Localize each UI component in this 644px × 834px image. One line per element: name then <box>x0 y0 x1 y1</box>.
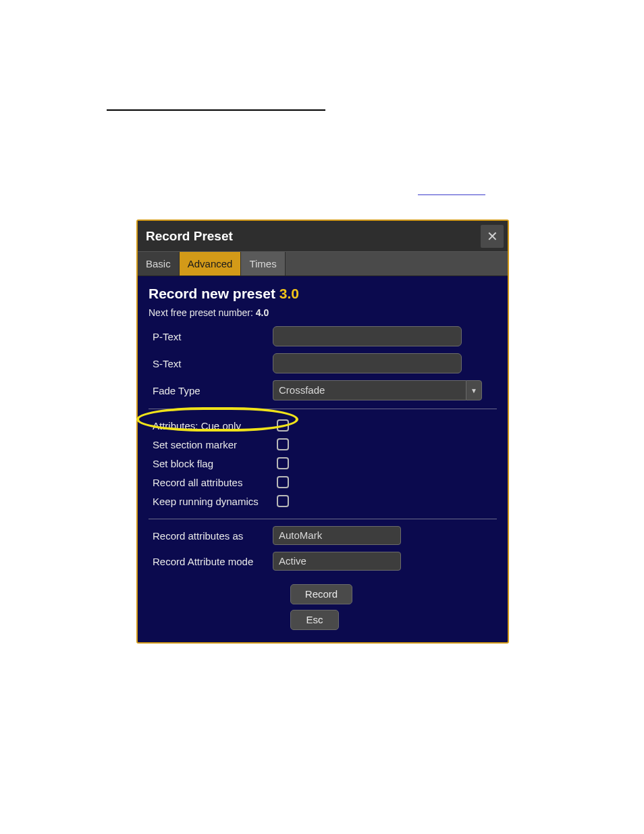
titlebar: Record Preset ✕ <box>138 221 508 252</box>
cue-only-label: Attributes: Cue only <box>153 420 277 432</box>
section-marker-label: Set section marker <box>153 439 277 450</box>
heading: Record new preset 3.0 <box>149 286 497 302</box>
record-all-row: Record all attributes <box>149 473 497 492</box>
separator-2 <box>149 519 497 519</box>
record-all-label: Record all attributes <box>153 477 277 488</box>
close-icon: ✕ <box>487 229 498 244</box>
cue-only-row: Attributes: Cue only <box>149 416 497 435</box>
record-attrs-as-label: Record attributes as <box>149 530 273 542</box>
ptext-label: P-Text <box>149 331 273 342</box>
next-free-value: 4.0 <box>256 307 269 318</box>
close-button[interactable]: ✕ <box>481 225 504 248</box>
record-attrs-as-select[interactable]: AutoMark <box>273 526 401 545</box>
record-attr-mode-row: Record Attribute mode Active <box>149 552 497 571</box>
next-free-text: Next free preset number: <box>149 307 256 318</box>
record-all-checkbox[interactable] <box>277 476 289 488</box>
next-free-label: Next free preset number: 4.0 <box>149 307 497 318</box>
record-button[interactable]: Record <box>290 584 352 604</box>
stext-row: S-Text <box>149 353 497 373</box>
separator-1 <box>149 409 497 409</box>
tab-times[interactable]: Times <box>241 252 285 276</box>
dialog-body: Record new preset 3.0 Next free preset n… <box>138 276 508 642</box>
stext-label: S-Text <box>149 358 273 369</box>
record-preset-dialog: Record Preset ✕ Basic Advanced Times Rec… <box>136 219 509 644</box>
heading-number: 3.0 <box>279 286 299 301</box>
decorative-link-underline <box>418 194 485 195</box>
section-marker-checkbox[interactable] <box>277 438 289 450</box>
tab-advanced[interactable]: Advanced <box>180 252 242 276</box>
keep-dynamics-row: Keep running dynamics <box>149 492 497 511</box>
decorative-underline <box>107 109 325 111</box>
tab-basic[interactable]: Basic <box>138 252 180 276</box>
fade-type-row: Fade Type Crossfade ▼ <box>149 380 497 400</box>
fade-type-select[interactable]: Crossfade ▼ <box>273 380 482 400</box>
button-stack: Record Esc <box>290 584 497 630</box>
fade-type-label: Fade Type <box>149 385 273 396</box>
esc-button[interactable]: Esc <box>290 610 339 630</box>
tab-bar: Basic Advanced Times <box>138 252 508 276</box>
block-flag-label: Set block flag <box>153 458 277 469</box>
tab-bar-spacer <box>286 252 508 276</box>
dialog-title: Record Preset <box>146 229 233 244</box>
keep-dynamics-checkbox[interactable] <box>277 495 289 507</box>
stext-input[interactable] <box>273 353 462 373</box>
block-flag-checkbox[interactable] <box>277 457 289 469</box>
record-attrs-as-value: AutoMark <box>279 529 322 541</box>
record-attr-mode-label: Record Attribute mode <box>149 556 273 567</box>
heading-text: Record new preset <box>149 286 279 301</box>
chevron-down-icon: ▼ <box>466 380 482 400</box>
section-marker-row: Set section marker <box>149 435 497 454</box>
keep-dynamics-label: Keep running dynamics <box>153 496 277 507</box>
cue-only-checkbox[interactable] <box>277 419 289 432</box>
ptext-input[interactable] <box>273 326 462 346</box>
record-attr-mode-select[interactable]: Active <box>273 552 401 571</box>
fade-type-value: Crossfade <box>273 380 466 400</box>
record-attr-mode-value: Active <box>279 555 306 567</box>
record-attrs-as-row: Record attributes as AutoMark <box>149 526 497 545</box>
ptext-row: P-Text <box>149 326 497 346</box>
block-flag-row: Set block flag <box>149 454 497 473</box>
